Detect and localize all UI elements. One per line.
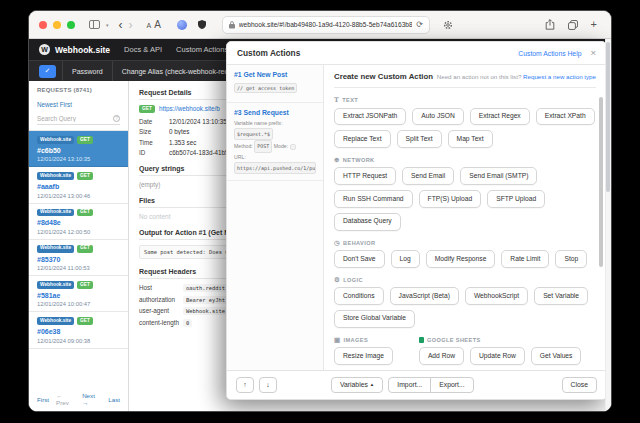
fullscreen-window-button[interactable] <box>67 21 75 29</box>
tab-overview-icon[interactable] <box>568 20 578 30</box>
brand[interactable]: W Webhook.site <box>39 44 110 55</box>
variables-dropdown-button[interactable]: Variables▲ <box>331 377 383 393</box>
search-field[interactable]: ? <box>37 115 120 125</box>
page-scrollbar-thumb[interactable] <box>606 42 610 192</box>
action-set-variable[interactable]: Set Variable <box>534 287 588 305</box>
chevron-down-icon[interactable]: ▾ <box>106 22 109 28</box>
modal-title: Custom Actions <box>237 48 300 58</box>
action-replace-text[interactable]: Replace Text <box>334 130 391 148</box>
need-action-text: Need an action not on this list? <box>437 73 522 80</box>
source-badge: Webhook.site <box>37 281 74 289</box>
action-send-email-smtp[interactable]: Send Email (SMTP) <box>460 167 537 185</box>
action-store-global-variable[interactable]: Store Global Variable <box>334 310 415 328</box>
action-conditions[interactable]: Conditions <box>334 287 384 305</box>
action-send-email[interactable]: Send Email <box>402 167 454 185</box>
method-label: Method: <box>234 143 253 149</box>
action-extract-xpath[interactable]: Extract XPath <box>536 108 595 126</box>
mode-code <box>290 144 296 150</box>
share-icon[interactable] <box>545 19 555 30</box>
request-list-item[interactable]: Webhook.site GET #c6b50 12/01/2024 13:10… <box>29 131 128 167</box>
action-auto-json[interactable]: Auto JSON <box>412 108 463 126</box>
method-badge: GET <box>77 136 93 144</box>
request-list: Webhook.site GET #c6b50 12/01/2024 13:10… <box>29 130 128 385</box>
pagination-first[interactable]: First <box>37 396 49 403</box>
request-timestamp: 12/01/2024 09:00:38 <box>37 338 120 344</box>
caret-up-icon: ▲ <box>370 383 374 388</box>
check-button[interactable]: ✓ <box>39 65 56 78</box>
action-add-row[interactable]: Add Row <box>419 347 464 365</box>
lock-icon <box>229 21 235 29</box>
extension-icon[interactable] <box>177 20 187 30</box>
action-don-t-save[interactable]: Don't Save <box>334 250 385 268</box>
pagination-next[interactable]: Next → <box>82 392 101 406</box>
close-button[interactable]: Close <box>562 377 597 393</box>
custom-actions-modal: Custom Actions Custom Actions Help × #1 … <box>226 41 607 400</box>
settings-gear-icon[interactable] <box>443 20 453 30</box>
request-timestamp: 12/01/2024 11:00:53 <box>37 265 120 271</box>
request-timestamp: 12/01/2024 10:00:47 <box>37 301 120 307</box>
action-modify-response[interactable]: Modify Response <box>426 250 496 268</box>
action-sftp-upload[interactable]: SFTP Upload <box>487 190 545 208</box>
forward-button[interactable]: › <box>129 19 133 31</box>
text-size-control[interactable]: A A <box>147 19 161 30</box>
custom-actions-help-link[interactable]: Custom Actions Help <box>518 50 581 57</box>
toolbar-item[interactable]: Password <box>62 61 112 82</box>
action-split-text[interactable]: Split Text <box>397 130 442 148</box>
action-resize-image[interactable]: Resize Image <box>334 347 393 365</box>
action-log[interactable]: Log <box>391 250 420 268</box>
action-webhookscript[interactable]: WebhookScript <box>465 287 528 305</box>
new-tab-button[interactable]: + <box>591 19 597 30</box>
request-id: #581ae <box>37 292 120 299</box>
action-update-row[interactable]: Update Row <box>470 347 525 365</box>
address-bar[interactable]: webhook.site/#!/bab49480-1a9d-4120-88b5-… <box>222 16 430 34</box>
request-list-item[interactable]: Webhook.site GET #06e38 12/01/2024 09:00… <box>29 312 128 348</box>
action-label[interactable]: #1 Get New Post <box>234 71 316 78</box>
refresh-icon[interactable]: ⟳ <box>416 21 423 29</box>
modal-scrollbar-thumb[interactable] <box>599 97 603 267</box>
action-label[interactable]: #3 Send Request <box>234 109 316 116</box>
action-map-text[interactable]: Map Text <box>448 130 493 148</box>
close-window-button[interactable] <box>39 21 47 29</box>
request-list-item[interactable]: Webhook.site GET #aaafb 12/01/2024 13:00… <box>29 167 128 203</box>
action-item[interactable]: #1 Get New Post // get access token <box>227 65 323 103</box>
search-input[interactable] <box>37 115 113 122</box>
navbar-link[interactable]: Docs & API <box>124 45 162 54</box>
action-get-values[interactable]: Get Values <box>531 347 582 365</box>
shield-extension-icon[interactable] <box>198 20 206 29</box>
move-down-button[interactable]: ↓ <box>259 377 277 393</box>
action-code: // get access token <box>234 83 297 93</box>
action-rate-limit[interactable]: Rate Limit <box>501 250 549 268</box>
action-item[interactable]: #3 Send Request Variable name prefix: $r… <box>227 103 323 181</box>
import-button[interactable]: Import... <box>388 377 431 393</box>
request-list-item[interactable]: Webhook.site GET #85370 12/01/2024 11:00… <box>29 240 128 276</box>
export-button[interactable]: Export... <box>430 377 473 393</box>
back-button[interactable]: ‹ <box>119 19 123 31</box>
action-extract-jsonpath[interactable]: Extract JSONPath <box>334 108 406 126</box>
sidebar-toggle-icon[interactable] <box>89 20 100 29</box>
action-database-query[interactable]: Database Query <box>334 213 401 231</box>
request-id: #8d48e <box>37 219 120 226</box>
pagination-prev[interactable]: ← Prev <box>56 392 75 406</box>
action-extract-regex[interactable]: Extract Regex <box>470 108 530 126</box>
action-run-ssh-command[interactable]: Run SSH Command <box>334 190 413 208</box>
move-up-button[interactable]: ↑ <box>236 377 254 393</box>
method-badge: GET <box>77 172 93 180</box>
request-action-type-link[interactable]: Request a new action type <box>523 73 596 80</box>
navbar-link[interactable]: Custom Actions <box>176 45 228 54</box>
google-sheets-icon <box>419 337 424 344</box>
pagination-last[interactable]: Last <box>108 396 120 403</box>
minimize-window-button[interactable] <box>53 21 61 29</box>
action-http-request[interactable]: HTTP Request <box>334 167 396 185</box>
search-help-icon[interactable]: ? <box>113 115 120 122</box>
action-javascript-beta[interactable]: JavaScript (Beta) <box>390 287 459 305</box>
section-network: ⊕NETWORKHTTP RequestSend EmailSend Email… <box>334 157 596 231</box>
close-icon[interactable]: × <box>590 48 596 58</box>
action-stop[interactable]: Stop <box>555 250 587 268</box>
action-ftp-s-upload[interactable]: FTP(S) Upload <box>419 190 482 208</box>
requests-sidebar: REQUESTS (8741) Newest First ? Webhook.s… <box>29 81 129 412</box>
request-list-item[interactable]: Webhook.site GET #581ae 12/01/2024 10:00… <box>29 276 128 312</box>
sort-link[interactable]: Newest First <box>37 101 72 108</box>
request-list-item[interactable]: Webhook.site GET #8d48e 12/01/2024 12:00… <box>29 204 128 240</box>
section-google-sheets: GOOGLE SHEETSAdd RowUpdate RowGet Values <box>419 337 582 365</box>
method-badge: GET <box>77 317 93 325</box>
